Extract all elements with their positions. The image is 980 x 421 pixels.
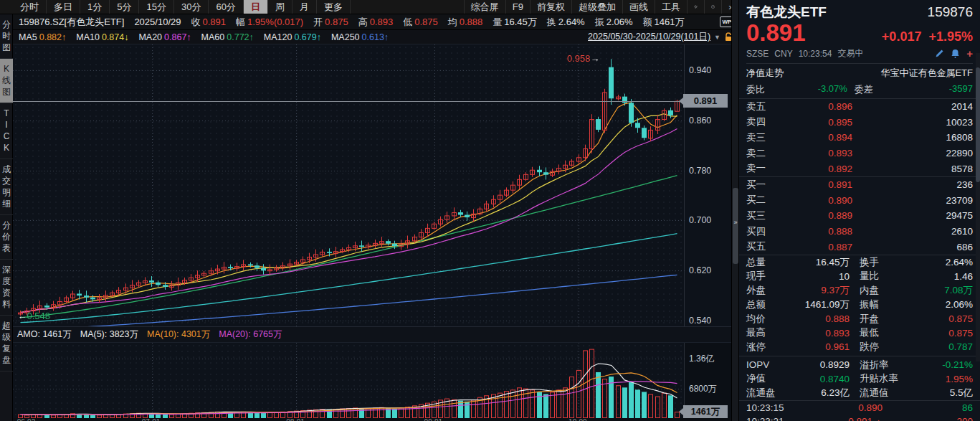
add-plus-icon[interactable]: +	[966, 49, 973, 57]
bid-price[interactable]: 0.888	[784, 226, 893, 237]
bid-row: 买三0.88929475	[739, 208, 980, 224]
security-code: 159876	[928, 4, 973, 20]
ask-volume: 2014	[893, 101, 973, 112]
ask-volume: 10023	[893, 117, 973, 128]
toolbar-前复权[interactable]: 前复权	[530, 0, 571, 14]
scrollbar-thumb[interactable]	[976, 67, 980, 182]
tab-15分[interactable]: 15分	[139, 0, 173, 14]
stats-row: 净值0.8740升贴水率1.95%	[739, 372, 980, 386]
bid-volume: 29475	[893, 210, 973, 221]
sidebar-item-成交明细[interactable]: 成 交 明 细	[0, 159, 13, 215]
ohlc-info-bar: 159876.SZ[有色龙头ETF] 2025/10/29 收0.891幅1.9…	[13, 14, 738, 30]
period-high-label: 0.958→	[567, 53, 600, 64]
tab-月[interactable]: 月	[292, 0, 317, 14]
price-tick: 0.700	[689, 215, 711, 225]
price-change-pct: +1.95%	[928, 29, 973, 44]
sidebar-item-K线图[interactable]: K 线 图	[0, 59, 13, 103]
kline-canvas[interactable]	[13, 44, 685, 326]
tab-周[interactable]: 周	[268, 0, 292, 14]
bid-price[interactable]: 0.887	[784, 242, 893, 252]
toolbar-超级叠加[interactable]: 超级叠加	[571, 0, 622, 14]
tab-多日[interactable]: 多日	[47, 0, 80, 14]
tick-row: 10:23:210.891 ▲200	[739, 415, 980, 421]
edit-pencil-icon[interactable]	[935, 49, 944, 58]
ask-price[interactable]: 0.895	[784, 117, 893, 128]
kline-chart[interactable]	[13, 44, 685, 326]
ask-price[interactable]: 0.892	[784, 164, 893, 174]
date-label: 10-09	[569, 418, 587, 421]
toolbar-right: 综合屏F9前复权超级叠加画线工具	[464, 0, 687, 14]
field-收: 收0.891	[191, 16, 226, 29]
volume-tick: 6800万	[689, 382, 717, 394]
stats-row: 现手10量比1.46	[739, 270, 980, 284]
tab-30分[interactable]: 30分	[174, 0, 209, 14]
stats-row: 外盘9.37万内盘7.08万	[739, 283, 980, 298]
ma-legend-MA250: MA2500.613↑	[331, 32, 389, 42]
ask-price[interactable]: 0.896	[784, 101, 893, 112]
trading-status: 交易中	[837, 47, 863, 60]
toolbar-综合屏[interactable]: 综合屏	[464, 0, 505, 14]
sidebar-item-TICK[interactable]: T I C K	[0, 103, 13, 159]
panel-splitter[interactable]: »	[731, 0, 738, 421]
field-低: 低0.875	[403, 16, 438, 29]
bid-price[interactable]: 0.889	[784, 210, 893, 221]
nav-trend-link[interactable]: 净值走势	[746, 67, 784, 80]
bid-price[interactable]: 0.891	[784, 179, 893, 190]
field-开: 开0.875	[313, 16, 348, 29]
period-tab-bar: 分时多日1分5分15分30分60分日周月更多 综合屏F9前复权超级叠加画线工具 …	[0, 0, 738, 14]
field-量: 量16.45万	[493, 16, 537, 29]
volume-canvas[interactable]	[13, 343, 685, 418]
symbol-label[interactable]: 159876.SZ[有色龙头ETF]	[19, 16, 124, 29]
help-icon[interactable]: ?	[704, 0, 721, 14]
ma-legend-MA60: MA600.772↑	[201, 32, 254, 42]
sidebar-item-分价表[interactable]: 分 价 表	[0, 215, 13, 260]
trade-date: 2025/10/29	[134, 16, 181, 27]
field-高: 高0.893	[358, 16, 394, 29]
tab-1分[interactable]: 1分	[80, 0, 110, 14]
bid-price[interactable]: 0.890	[784, 195, 893, 206]
bid-volume: 236	[893, 179, 973, 190]
tab-更多[interactable]: 更多	[317, 0, 351, 14]
field-换: 换2.64%	[547, 16, 585, 29]
volume-pane[interactable]	[13, 343, 685, 418]
weibi-row: 委比 -3.07% 委差 -3597	[739, 82, 980, 99]
sidebar-item-分时图[interactable]: 分 时 图	[0, 14, 13, 59]
currency-label: CNY	[774, 49, 792, 59]
ma-legend-MA10: MA100.874↓	[76, 32, 128, 42]
sidebar-item-深度资料[interactable]: 深 度 资 料	[0, 260, 13, 316]
settings-gear-icon[interactable]	[687, 0, 704, 14]
splitter-thumb[interactable]	[733, 188, 738, 264]
tab-5分[interactable]: 5分	[110, 0, 139, 14]
tick-trade-list[interactable]: 10:23:150.8908610:23:210.891 ▲20010:23:2…	[739, 400, 980, 421]
field-振: 振2.06%	[595, 16, 633, 29]
price-tick: 0.940	[689, 65, 711, 75]
ask-price[interactable]: 0.894	[784, 132, 893, 143]
alert-bell-icon[interactable]	[951, 49, 960, 58]
ma-legend-MA120: MA1200.679↑	[264, 32, 321, 42]
ohlc-fields: 收0.891幅1.95%(0.017)开0.875高0.893低0.875均0.…	[191, 16, 684, 29]
tab-日[interactable]: 日	[244, 0, 268, 14]
svg-text:?: ?	[713, 6, 714, 9]
exchange-label: SZSE	[746, 49, 769, 59]
volume-tick: 1.36亿	[689, 353, 714, 365]
price-tick: 0.860	[689, 115, 711, 126]
sidebar-item-超级复盘[interactable]: 超 级 复 盘	[0, 316, 13, 372]
date-label: 07-01	[142, 418, 161, 421]
current-volume-badge: 1461万	[683, 405, 728, 418]
stats-row: 总额1461.09万振幅2.06%	[739, 298, 980, 312]
chevron-down-icon[interactable]: ▼	[714, 34, 720, 41]
panel-scrollbar[interactable]	[976, 53, 980, 361]
toolbar-工具[interactable]: 工具	[655, 0, 687, 14]
stats-grid: 总量16.45万换手2.64%现手10量比1.46外盘9.37万内盘7.08万总…	[739, 255, 980, 400]
tab-分时[interactable]: 分时	[13, 0, 47, 14]
toolbar-画线[interactable]: 画线	[622, 0, 655, 14]
date-range-link[interactable]: 2025/05/30-2025/10/29(101日)	[588, 31, 710, 43]
fund-full-name: 华宝中证有色金属ETF	[880, 67, 973, 80]
arrow-right-icon: →	[590, 53, 599, 64]
ask-price[interactable]: 0.893	[784, 148, 893, 159]
toolbar-F9[interactable]: F9	[505, 0, 530, 14]
field-均: 均0.888	[448, 16, 483, 29]
tick-up-arrow-icon: ▲	[872, 417, 883, 421]
tab-60分[interactable]: 60分	[209, 0, 243, 14]
ask-volume: 22890	[893, 148, 973, 159]
